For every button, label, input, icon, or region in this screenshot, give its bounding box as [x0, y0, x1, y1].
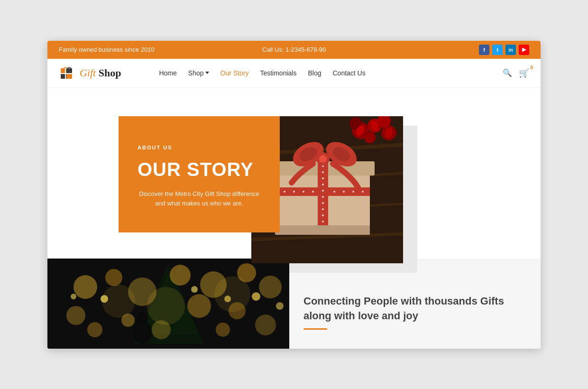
nav-shop[interactable]: Shop: [188, 69, 209, 77]
svg-point-29: [322, 196, 324, 198]
nav-contact[interactable]: Contact Us: [332, 69, 365, 77]
svg-point-65: [255, 315, 276, 335]
svg-point-33: [322, 221, 324, 222]
hero-description: Discover the Metro City Gift Shop differ…: [138, 189, 261, 209]
svg-point-62: [66, 306, 85, 325]
nav-blog[interactable]: Blog: [308, 69, 321, 77]
nav-testimonials-link[interactable]: Testimonials: [260, 69, 296, 77]
logo-text: Gift Shop: [80, 67, 121, 79]
svg-point-75: [276, 302, 284, 310]
bottom-image: [47, 259, 289, 349]
nav-our-story-link[interactable]: Our Story: [220, 69, 249, 77]
bokeh-svg: [47, 259, 289, 349]
connecting-title: Connecting People with thousands Gifts a…: [303, 294, 526, 324]
svg-point-39: [333, 191, 335, 193]
svg-point-41: [352, 191, 354, 193]
logo-gift: Gift: [80, 67, 96, 79]
svg-point-78: [214, 276, 250, 312]
logo[interactable]: Gift Shop: [59, 65, 121, 82]
nav-blog-link[interactable]: Blog: [308, 69, 321, 77]
svg-point-26: [322, 177, 324, 179]
facebook-icon[interactable]: f: [479, 45, 489, 55]
svg-point-53: [133, 320, 152, 344]
svg-point-25: [322, 171, 324, 173]
svg-point-28: [322, 190, 324, 192]
svg-point-38: [312, 191, 314, 193]
hero-title: OUR STORY: [138, 159, 261, 180]
hero-section: ABOUT US OUR STORY Discover the Metro Ci…: [47, 88, 541, 259]
orange-underline-decoration: [303, 328, 327, 330]
about-us-label: ABOUT US: [138, 145, 261, 150]
svg-point-73: [71, 294, 76, 299]
nav-home[interactable]: Home: [159, 69, 176, 77]
nav-actions: 🔍 🛒 0: [503, 68, 529, 78]
nav-links: Home Shop Our Story Testimonials Blog Co…: [159, 69, 365, 77]
cart-icon[interactable]: 🛒 0: [519, 68, 529, 78]
logo-shop: Shop: [96, 67, 121, 79]
svg-rect-1: [66, 68, 72, 73]
svg-point-76: [147, 287, 185, 325]
svg-point-72: [252, 292, 260, 301]
search-icon[interactable]: 🔍: [503, 68, 512, 77]
svg-rect-3: [66, 74, 72, 79]
nav-bar: Gift Shop Home Shop Our Story Testimonia…: [47, 59, 541, 88]
svg-point-40: [343, 191, 345, 193]
svg-point-31: [322, 208, 324, 210]
svg-point-55: [74, 275, 97, 299]
nav-testimonials[interactable]: Testimonials: [260, 69, 296, 77]
cart-count: 0: [530, 65, 533, 70]
nav-shop-link[interactable]: Shop: [188, 69, 209, 77]
family-text: Family owned business since 2010: [59, 46, 155, 53]
hero-inner: ABOUT US OUR STORY Discover the Metro Ci…: [119, 116, 469, 233]
top-bar: Family owned business since 2010 Call Us…: [47, 41, 541, 59]
svg-point-61: [259, 276, 282, 298]
call-us-text: Call Us: 1-2345-678-90: [262, 46, 326, 53]
svg-point-37: [303, 191, 304, 193]
svg-point-35: [284, 191, 285, 193]
chevron-down-icon: [205, 72, 209, 74]
svg-point-36: [293, 191, 295, 193]
social-icons-group: f t in ▶: [372, 45, 529, 55]
svg-point-69: [216, 323, 230, 337]
orange-card: ABOUT US OUR STORY Discover the Metro Ci…: [119, 116, 280, 233]
svg-point-54: [137, 312, 148, 324]
nav-our-story[interactable]: Our Story: [220, 69, 249, 77]
svg-point-32: [322, 214, 324, 216]
svg-point-27: [322, 184, 324, 185]
svg-point-48: [319, 155, 327, 163]
svg-point-63: [187, 294, 211, 318]
nav-home-link[interactable]: Home: [159, 69, 176, 77]
svg-point-66: [87, 322, 102, 337]
svg-point-77: [102, 285, 135, 318]
svg-point-56: [105, 269, 122, 286]
svg-point-58: [170, 265, 191, 286]
svg-rect-49: [275, 225, 370, 235]
browser-window: Family owned business since 2010 Call Us…: [47, 41, 541, 349]
youtube-icon[interactable]: ▶: [519, 45, 529, 55]
twitter-icon[interactable]: t: [492, 45, 503, 55]
svg-point-30: [322, 202, 324, 204]
linkedin-icon[interactable]: in: [505, 45, 516, 55]
top-bar-center-text: Call Us: 1-2345-678-90: [216, 46, 373, 53]
logo-icon: [59, 65, 76, 82]
top-bar-left-text: Family owned business since 2010: [59, 46, 216, 53]
nav-contact-link[interactable]: Contact Us: [332, 69, 365, 77]
svg-point-71: [191, 286, 198, 293]
svg-point-42: [362, 191, 364, 193]
svg-point-14: [364, 132, 376, 143]
